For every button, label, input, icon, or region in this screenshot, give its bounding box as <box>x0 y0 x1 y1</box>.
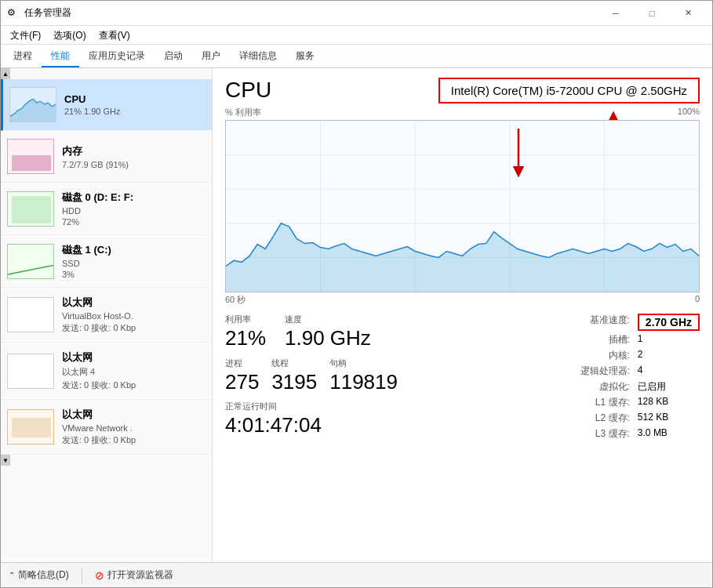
eth2-item-name: 以太网 <box>62 350 206 365</box>
bottom-bar: ⌃ 简略信息(D) ⊘ 打开资源监视器 <box>1 562 712 587</box>
sidebar-item-disk0[interactable]: 磁盘 0 (D: E: F: HDD 72% <box>1 183 212 235</box>
disk0-item-name: 磁盘 0 (D: E: F: <box>62 191 206 205</box>
process-group: 进程 275 <box>225 358 259 394</box>
chart-time-left: 60 秒 <box>225 294 246 306</box>
proc-thread-handle-row: 进程 275 线程 3195 句柄 119819 <box>225 358 398 394</box>
eth2-info: 以太网 以太网 4 发送: 0 接收: 0 Kbp <box>62 350 206 391</box>
tab-users[interactable]: 用户 <box>192 45 230 67</box>
svg-rect-2 <box>12 155 51 171</box>
core-key: 内核: <box>580 349 630 362</box>
sidebar-scroll-down[interactable]: ▼ <box>1 455 10 466</box>
uptime-label: 正常运行时间 <box>225 401 398 412</box>
thread-value: 3195 <box>271 371 317 394</box>
chevron-up-icon: ⌃ <box>9 571 15 579</box>
cpu-item-name: CPU <box>64 93 206 105</box>
eth2-item-detail2: 发送: 0 接收: 0 Kbp <box>62 379 206 391</box>
l3-key: L3 缓存: <box>580 427 630 441</box>
summary-label: 简略信息(D) <box>18 568 69 582</box>
sidebar-scroll-up[interactable]: ▲ <box>1 68 10 79</box>
monitor-label: 打开资源监视器 <box>107 568 173 582</box>
disk1-item-name: 磁盘 1 (C:) <box>62 243 206 257</box>
tab-process[interactable]: 进程 <box>4 45 42 67</box>
maximize-button[interactable]: □ <box>634 1 670 26</box>
virtual-val: 已启用 <box>638 380 700 394</box>
tab-details[interactable]: 详细信息 <box>230 45 286 67</box>
eth3-item-detail2: 发送: 0 接收: 0 Kbp <box>62 434 206 446</box>
process-value: 275 <box>225 371 259 394</box>
svg-rect-5 <box>8 245 54 279</box>
thread-group: 线程 3195 <box>271 358 317 394</box>
uptime-value: 4:01:47:04 <box>225 414 398 437</box>
disk1-item-detail2: 3% <box>62 270 206 279</box>
task-manager-window: ⚙ 任务管理器 ─ □ ✕ 文件(F) 选项(O) 查看(V) 进程 性能 应用… <box>0 0 713 588</box>
disk0-info: 磁盘 0 (D: E: F: HDD 72% <box>62 191 206 227</box>
tab-services[interactable]: 服务 <box>286 45 324 67</box>
open-resource-monitor-button[interactable]: ⊘ 打开资源监视器 <box>95 568 173 582</box>
chart-labels: % 利用率 100% <box>225 107 700 118</box>
eth3-item-name: 以太网 <box>62 408 206 422</box>
cpu-detail-panel: CPU Intel(R) Core(TM) i5-7200U CPU @ 2.5… <box>213 68 712 562</box>
chart-y-label: % 利用率 <box>225 107 261 118</box>
memory-info: 内存 7.2/7.9 GB (91%) <box>62 144 206 169</box>
socket-key: 插槽: <box>580 333 630 347</box>
base-speed-val: 2.70 GHz <box>638 314 700 331</box>
memory-thumbnail <box>7 139 54 174</box>
eth3-info: 以太网 VMware Network . 发送: 0 接收: 0 Kbp <box>62 408 206 446</box>
sidebar-item-eth3[interactable]: 以太网 VMware Network . 发送: 0 接收: 0 Kbp <box>1 400 212 455</box>
close-button[interactable]: ✕ <box>670 1 706 26</box>
util-label: 利用率 <box>225 314 266 325</box>
cpu-chart-wrapper: % 利用率 100% <box>225 107 700 306</box>
cpu-panel-title: CPU <box>225 78 271 103</box>
cpu-panel-header: CPU Intel(R) Core(TM) i5-7200U CPU @ 2.5… <box>225 78 700 103</box>
window-controls: ─ □ ✕ <box>598 1 706 26</box>
sidebar-item-disk1[interactable]: 磁盘 1 (C:) SSD 3% <box>1 235 212 288</box>
no-sign-icon: ⊘ <box>95 569 104 582</box>
stats-left: 利用率 21% 速度 1.90 GHz 进程 275 <box>225 314 398 437</box>
handle-label: 句柄 <box>329 358 398 369</box>
menu-file[interactable]: 文件(F) <box>4 27 47 42</box>
eth1-info: 以太网 VirtualBox Host-O. 发送: 0 接收: 0 Kbp <box>62 296 206 334</box>
sidebar-item-cpu[interactable]: CPU 21% 1.90 GHz <box>1 79 212 131</box>
sidebar-item-eth1[interactable]: 以太网 VirtualBox Host-O. 发送: 0 接收: 0 Kbp <box>1 288 212 343</box>
l1-val: 128 KB <box>638 396 700 409</box>
svg-rect-4 <box>12 196 51 223</box>
cpu-info: CPU 21% 1.90 GHz <box>64 93 206 116</box>
summary-info-button[interactable]: ⌃ 简略信息(D) <box>9 568 69 582</box>
core-val: 2 <box>638 349 700 362</box>
util-value: 21% <box>225 327 266 350</box>
main-content: ▲ CPU 21% 1.90 GHz <box>1 68 712 562</box>
tab-app-history[interactable]: 应用历史记录 <box>79 45 155 67</box>
stats-row: 利用率 21% 速度 1.90 GHz 进程 275 <box>225 314 700 441</box>
tab-performance[interactable]: 性能 <box>42 45 79 67</box>
disk1-thumbnail <box>7 244 54 279</box>
util-group: 利用率 21% <box>225 314 266 350</box>
eth1-item-detail1: VirtualBox Host-O. <box>62 311 206 321</box>
chart-y-max: 100% <box>678 107 700 118</box>
base-speed-key: 基准速度: <box>580 314 630 331</box>
l1-key: L1 缓存: <box>580 396 630 409</box>
speed-group: 速度 1.90 GHz <box>285 314 371 350</box>
sidebar-item-eth2[interactable]: 以太网 以太网 4 发送: 0 接收: 0 Kbp <box>1 343 212 400</box>
menu-options[interactable]: 选项(O) <box>47 27 92 42</box>
tab-bar: 进程 性能 应用历史记录 启动 用户 详细信息 服务 <box>1 45 712 68</box>
thread-label: 线程 <box>271 358 317 369</box>
chart-time-right: 0 <box>695 294 700 306</box>
title-left: ⚙ 任务管理器 <box>7 6 71 20</box>
info-table: 基准速度: 2.70 GHz 插槽: 1 内核: 2 逻辑处理器: 4 虚拟化:… <box>580 314 700 441</box>
eth3-thumbnail <box>7 409 54 445</box>
menu-bar: 文件(F) 选项(O) 查看(V) <box>1 26 712 45</box>
sidebar-item-memory[interactable]: 内存 7.2/7.9 GB (91%) <box>1 131 212 183</box>
l2-val: 512 KB <box>638 412 700 425</box>
cpu-chart <box>225 120 700 292</box>
uptime-group: 正常运行时间 4:01:47:04 <box>225 401 398 437</box>
tab-startup[interactable]: 启动 <box>155 45 192 67</box>
cpu-thumbnail <box>9 87 56 122</box>
title-bar: ⚙ 任务管理器 ─ □ ✕ <box>1 1 712 26</box>
minimize-button[interactable]: ─ <box>598 1 634 26</box>
handle-group: 句柄 119819 <box>329 358 398 394</box>
bottom-divider <box>82 568 82 583</box>
eth1-item-detail2: 发送: 0 接收: 0 Kbp <box>62 322 206 334</box>
menu-view[interactable]: 查看(V) <box>93 27 136 42</box>
eth2-item-detail1: 以太网 4 <box>62 366 206 378</box>
window-title: 任务管理器 <box>24 6 71 20</box>
